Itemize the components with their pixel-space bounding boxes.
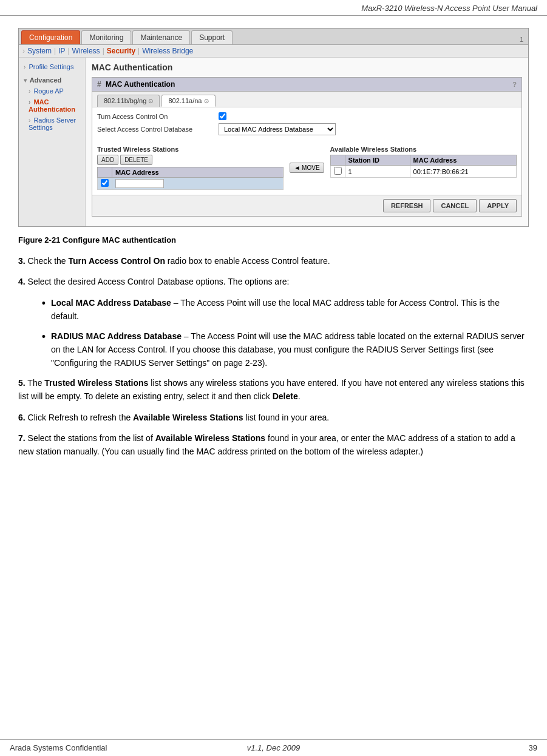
form-row-select-db: Select Access Control Database Local MAC… [97, 123, 517, 135]
sub-nav-wireless[interactable]: Wireless [72, 47, 100, 55]
bullet-2-text: RADIUS MAC Address Database – The Access… [51, 329, 529, 370]
step-7-num: 7. [18, 433, 25, 443]
figure-caption: Figure 2-21 Configure MAC authentication [18, 235, 529, 245]
step-6-bold: Available Wireless Stations [133, 413, 243, 422]
page-footer: Arada Systems Confidential v1.1, Dec 200… [0, 739, 547, 756]
access-control-control [219, 112, 226, 120]
sidebar: › Profile Settings ▾ Advanced › Rogue AP… [19, 58, 86, 226]
available-col-station-id: Station ID [345, 155, 410, 166]
available-table: Station ID MAC Address [330, 155, 517, 178]
sub-nav-ip[interactable]: IP [58, 47, 65, 55]
sub-nav-wireless-bridge[interactable]: Wireless Bridge [142, 47, 193, 55]
trusted-row-check-cell [98, 178, 112, 190]
step-5: 5. The Trusted Wireless Stations list sh… [18, 376, 529, 403]
trusted-row-mac-cell [112, 178, 284, 190]
tab-monitoring[interactable]: Monitoring [81, 30, 131, 44]
tab-configuration[interactable]: Configuration [21, 30, 80, 44]
content-title: MAC Authentication [92, 62, 522, 72]
available-row-checkbox[interactable] [334, 167, 342, 175]
delete-button[interactable]: DELETE [120, 155, 152, 165]
bullet-2: • RADIUS MAC Address Database – The Acce… [36, 329, 529, 370]
sub-nav-system[interactable]: System [27, 47, 52, 55]
wifi-icon-bg: ⊙ [148, 98, 153, 104]
page-number: 1 [520, 36, 526, 44]
sidebar-item-radius-server[interactable]: › Radius Server Settings [19, 115, 85, 133]
tab-support[interactable]: Support [191, 30, 233, 44]
bullet-2-label: RADIUS MAC Address Database [51, 331, 182, 341]
main-nav-tabs: Configuration Monitoring Maintenance Sup… [19, 29, 528, 45]
sidebar-item-profile-settings[interactable]: › Profile Settings [19, 61, 85, 72]
step-4: 4. Select the desired Access Control Dat… [18, 275, 529, 288]
section-header-text: # MAC Authentication [97, 80, 175, 89]
select-db-control: Local MAC Address DatabaseRADIUS MAC Add… [219, 123, 336, 135]
step-3-bold: Turn Access Control On [69, 256, 165, 266]
cancel-button[interactable]: CANCEL [433, 199, 477, 212]
trusted-col-mac: MAC Address [112, 167, 284, 178]
step-6-num: 6. [18, 413, 25, 422]
trusted-row-checkbox[interactable] [101, 179, 109, 187]
move-button[interactable]: ◄ MOVE [290, 163, 324, 173]
step-3: 3. Check the Turn Access Control On radi… [18, 254, 529, 268]
inner-tab-11b[interactable]: 802.11b/bg/ng ⊙ [97, 95, 160, 107]
wifi-icon-a: ⊙ [204, 98, 209, 104]
main-area: › Profile Settings ▾ Advanced › Rogue AP… [19, 58, 528, 226]
trusted-table-panel: Trusted Wireless Stations ADD DELETE MAC… [97, 146, 284, 190]
add-button[interactable]: ADD [97, 155, 118, 165]
sidebar-item-mac-authentication[interactable]: › MAC Authentication [19, 96, 85, 115]
select-db-label: Select Access Control Database [97, 126, 219, 133]
section-help-icon[interactable]: ? [512, 81, 517, 88]
available-row-check-cell [330, 166, 345, 178]
page-header: MaxR-3210 Wireless-N Access Point User M… [0, 0, 547, 16]
trusted-table: MAC Address [97, 167, 284, 190]
step-6: 6. Click Refresh to refresh the Availabl… [18, 411, 529, 424]
bottom-bar: REFRESH CANCEL APPLY [92, 195, 522, 216]
step-3-num: 3. [18, 256, 25, 266]
footer-right: 39 [529, 743, 537, 752]
step-7-bold: Available Wireless Stations [155, 433, 265, 443]
step-5-num: 5. [18, 378, 25, 388]
inner-tab-11a[interactable]: 802.11a/na ⊙ [161, 95, 215, 107]
sub-nav: › System | IP | Wireless | Security | Wi… [19, 45, 528, 58]
bullet-2-dot: • [36, 329, 51, 370]
header-title: MaxR-3210 Wireless-N Access Point User M… [361, 4, 537, 13]
step-7: 7. Select the stations from the list of … [18, 431, 529, 459]
trusted-table-toolbar: ADD DELETE [97, 155, 284, 165]
move-btn-area: ◄ MOVE [287, 146, 326, 190]
content-panel: MAC Authentication # MAC Authentication … [86, 58, 528, 226]
trusted-row-mac-input[interactable] [115, 179, 164, 188]
radius-link[interactable]: "Configuring the RADIUS Server Settings"… [51, 358, 262, 368]
available-table-panel: Available Wireless Stations Station ID M… [330, 146, 517, 190]
tab-maintenance[interactable]: Maintenance [132, 30, 190, 44]
inner-tabs: 802.11b/bg/ng ⊙ 802.11a/na ⊙ [92, 92, 522, 107]
bullet-1-label: Local MAC Address Database [51, 298, 171, 308]
access-control-label: Turn Access Control On [97, 113, 219, 120]
tables-row: Trusted Wireless Stations ADD DELETE MAC… [92, 143, 522, 195]
available-table-header: Available Wireless Stations [330, 146, 517, 153]
available-row-mac: 00:1E:77:B0:66:21 [410, 166, 516, 178]
available-col-mac: MAC Address [410, 155, 516, 166]
apply-button[interactable]: APPLY [479, 199, 517, 212]
available-table-row: 1 00:1E:77:B0:66:21 [330, 166, 516, 178]
step-5-bold1: Trusted Wireless Stations [44, 378, 148, 388]
footer-left: Arada Systems Confidential [10, 743, 107, 752]
select-db-dropdown[interactable]: Local MAC Address DatabaseRADIUS MAC Add… [219, 123, 336, 135]
section-header: # MAC Authentication ? [92, 78, 522, 92]
footer-center: v1.1, Dec 2009 [247, 743, 300, 752]
section-mac-auth: # MAC Authentication ? 802.11b/bg/ng ⊙ 8… [92, 77, 522, 217]
sub-nav-security[interactable]: Security [107, 47, 135, 55]
access-control-checkbox[interactable] [219, 112, 226, 120]
bullet-1-text: Local MAC Address Database – The Access … [51, 296, 529, 323]
sidebar-item-rogue-ap[interactable]: › Rogue AP [19, 86, 85, 96]
available-row-station-id: 1 [345, 166, 410, 178]
ui-screenshot: Configuration Monitoring Maintenance Sup… [18, 28, 529, 227]
available-col-check [330, 155, 345, 166]
sidebar-section-advanced: ▾ Advanced [19, 75, 85, 86]
trusted-table-row [98, 178, 284, 190]
sub-nav-prefix: › [22, 47, 25, 55]
bullet-1: • Local MAC Address Database – The Acces… [36, 296, 529, 323]
refresh-button[interactable]: REFRESH [383, 199, 431, 212]
step-5-bold2: Delete [273, 391, 298, 401]
trusted-col-check [98, 167, 112, 178]
form-row-access-control: Turn Access Control On [97, 112, 517, 120]
step-4-num: 4. [18, 277, 25, 286]
